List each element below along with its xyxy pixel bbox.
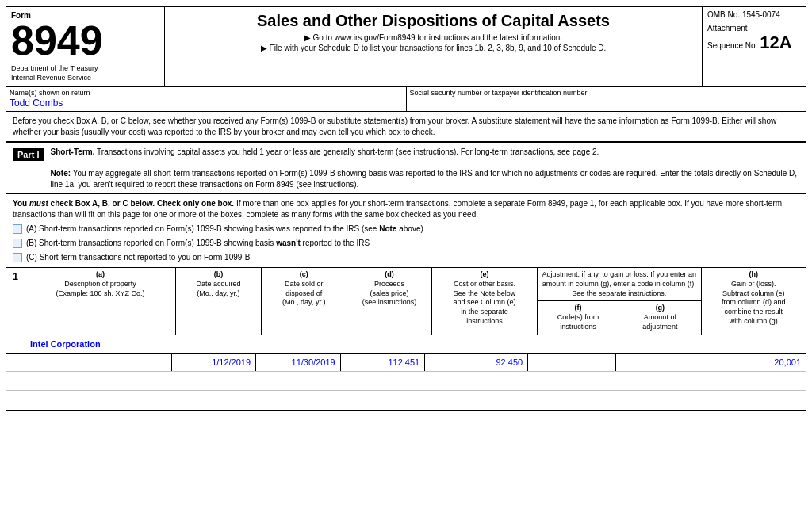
must-check-section: You must check Box A, B, or C below. Che… xyxy=(6,194,806,268)
part1-badge: Part I xyxy=(13,148,44,161)
company-name: Intel Corporation xyxy=(25,335,105,353)
note-ref: Note xyxy=(379,224,396,233)
col-c-header: (c) Date sold or disposed of (Mo., day, … xyxy=(262,268,347,335)
checkbox-c[interactable] xyxy=(13,253,22,262)
name-label: Name(s) shown on return xyxy=(10,89,403,97)
empty-row-num-1 xyxy=(6,372,25,390)
ssn-label: Social security number or taxpayer ident… xyxy=(410,89,803,97)
cell-description xyxy=(25,354,172,371)
part1-header: Part I Short-Term. Transactions involvin… xyxy=(6,143,806,194)
adj-top-label: Adjustment, if any, to gain or loss. If … xyxy=(538,268,701,301)
disclaimer-text: Before you check Box A, B, or C below, s… xyxy=(6,112,806,143)
col-d-header: (d) Proceeds (sales price) (see instruct… xyxy=(347,268,433,335)
empty-row-num-2 xyxy=(6,391,25,410)
checkbox-a-row: (A) Short-term transactions reported on … xyxy=(13,224,799,235)
header-center: Sales and Other Dispositions of Capital … xyxy=(165,7,703,86)
adj-bottom: (f) Code(s) from instructions (g) Amount… xyxy=(538,301,701,334)
cell-cost: 92,450 xyxy=(425,354,528,371)
cell-adjustment xyxy=(616,354,703,371)
empty-row-1 xyxy=(6,372,806,391)
header-right: OMB No. 1545-0074 Attachment Sequence No… xyxy=(703,7,806,86)
main-title: Sales and Other Dispositions of Capital … xyxy=(173,12,694,30)
dept-name: Department of the Treasury xyxy=(11,64,159,74)
table-row: 1/12/2019 11/30/2019 112,451 92,450 20,0… xyxy=(6,354,806,372)
ssn-value xyxy=(410,97,803,109)
row-number-header: 1 xyxy=(6,268,25,335)
irs-name: Internal Revenue Service xyxy=(11,74,159,83)
form-number: 8949 xyxy=(11,20,159,61)
sequence-label: Sequence No. 12A xyxy=(707,33,801,53)
instruction-2: ▶ File with your Schedule D to list your… xyxy=(173,44,694,52)
table-header: 1 (a) Description of property (Example: … xyxy=(6,268,806,335)
row-label xyxy=(6,354,25,371)
part1-text: Short-Term. Transactions involving capit… xyxy=(51,147,799,189)
cell-date-sold: 11/30/2019 xyxy=(256,354,341,371)
checkbox-b-row: (B) Short-term transactions reported on … xyxy=(13,238,799,249)
empty-row-2 xyxy=(6,391,806,410)
cell-gain-loss: 20,001 xyxy=(703,354,806,371)
note-label: Note: xyxy=(51,169,71,178)
checkbox-a[interactable] xyxy=(13,224,22,234)
form-info: Form 8949 Department of the Treasury Int… xyxy=(6,7,165,86)
row-num-spacer xyxy=(6,335,25,353)
checkbox-c-label: (C) Short-term transactions not reported… xyxy=(26,252,250,263)
short-term-label: Short-Term. xyxy=(51,147,95,156)
must-check-you: You must check Box A, B, or C below. Che… xyxy=(13,199,234,208)
col-b-header: (b) Date acquired (Mo., day, yr.) xyxy=(176,268,262,335)
col-f-header: (f) Code(s) from instructions xyxy=(538,301,619,334)
wasnt-label: wasn't xyxy=(276,239,301,247)
checkbox-b[interactable] xyxy=(13,239,22,248)
name-value: Todd Combs xyxy=(10,97,403,109)
company-name-row: Intel Corporation xyxy=(6,335,806,354)
checkbox-c-row: (C) Short-term transactions not reported… xyxy=(13,252,799,263)
omb-number: OMB No. 1545-0074 xyxy=(707,10,801,19)
col-g-header: (g) Amount of adjustment xyxy=(619,301,700,334)
name-field: Name(s) shown on return Todd Combs xyxy=(6,87,407,111)
checkbox-b-label: (B) Short-term transactions reported on … xyxy=(26,238,370,249)
col-adj-header: Adjustment, if any, to gain or loss. If … xyxy=(538,268,702,335)
short-term-text: Transactions involving capital assets yo… xyxy=(97,147,599,156)
col-h-header: (h) Gain or (loss). Subtract column (e) … xyxy=(702,268,806,335)
ssn-field: Social security number or taxpayer ident… xyxy=(407,87,806,111)
instruction-1: ▶ Go to www.irs.gov/Form8949 for instruc… xyxy=(173,33,694,42)
cell-date-acquired: 1/12/2019 xyxy=(172,354,257,371)
transactions-table: 1 (a) Description of property (Example: … xyxy=(6,268,806,410)
note-text: You may aggregate all short-term transac… xyxy=(51,169,798,189)
col-a-header: (a) Description of property (Example: 10… xyxy=(25,268,176,335)
cell-codes xyxy=(528,354,615,371)
col-e-header: (e) Cost or other basis. See the Note be… xyxy=(432,268,537,335)
attachment-label: Attachment xyxy=(707,24,801,33)
cell-proceeds: 112,451 xyxy=(341,354,426,371)
checkbox-a-label: (A) Short-term transactions reported on … xyxy=(26,224,423,235)
sequence-number: 12A xyxy=(760,33,791,52)
